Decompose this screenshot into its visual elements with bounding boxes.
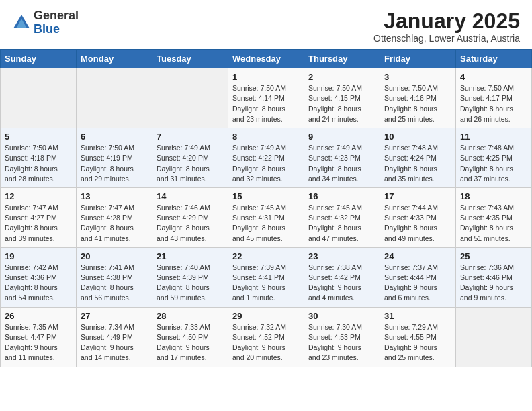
header-tuesday: Tuesday [152,50,228,68]
calendar-cell: 30Sunrise: 7:30 AM Sunset: 4:53 PM Dayli… [304,307,380,367]
logo-general-text: General [34,9,79,22]
day-info: Sunrise: 7:36 AM Sunset: 4:46 PM Dayligh… [460,263,527,304]
header-row: Sunday Monday Tuesday Wednesday Thursday… [1,50,532,68]
day-info: Sunrise: 7:48 AM Sunset: 4:24 PM Dayligh… [384,143,451,184]
day-info: Sunrise: 7:46 AM Sunset: 4:29 PM Dayligh… [157,203,224,244]
calendar-cell: 29Sunrise: 7:32 AM Sunset: 4:52 PM Dayli… [228,307,304,367]
page-header: General Blue January 2025 Ottenschlag, L… [0,0,532,49]
calendar-cell: 21Sunrise: 7:40 AM Sunset: 4:39 PM Dayli… [152,247,228,307]
header-friday: Friday [380,50,456,68]
logo-text: General Blue [34,9,79,36]
calendar-cell: 31Sunrise: 7:29 AM Sunset: 4:55 PM Dayli… [380,307,456,367]
day-info: Sunrise: 7:50 AM Sunset: 4:16 PM Dayligh… [384,83,451,124]
day-info: Sunrise: 7:35 AM Sunset: 4:47 PM Dayligh… [5,322,72,363]
location-subtitle: Ottenschlag, Lower Austria, Austria [373,33,520,44]
calendar-week-4: 26Sunrise: 7:35 AM Sunset: 4:47 PM Dayli… [1,307,532,367]
day-info: Sunrise: 7:50 AM Sunset: 4:17 PM Dayligh… [460,83,527,124]
calendar-cell: 24Sunrise: 7:37 AM Sunset: 4:44 PM Dayli… [380,247,456,307]
day-info: Sunrise: 7:47 AM Sunset: 4:28 PM Dayligh… [81,203,148,244]
day-number: 21 [157,251,224,261]
calendar-header: Sunday Monday Tuesday Wednesday Thursday… [1,50,532,68]
calendar-cell: 6Sunrise: 7:50 AM Sunset: 4:19 PM Daylig… [77,128,152,188]
day-info: Sunrise: 7:33 AM Sunset: 4:50 PM Dayligh… [157,322,224,363]
calendar-cell: 14Sunrise: 7:46 AM Sunset: 4:29 PM Dayli… [152,187,228,247]
calendar-cell: 9Sunrise: 7:49 AM Sunset: 4:23 PM Daylig… [304,128,380,188]
day-info: Sunrise: 7:49 AM Sunset: 4:23 PM Dayligh… [308,143,375,184]
calendar-cell: 2Sunrise: 7:50 AM Sunset: 4:15 PM Daylig… [304,68,380,128]
calendar-week-2: 12Sunrise: 7:47 AM Sunset: 4:27 PM Dayli… [1,187,532,247]
calendar-cell: 17Sunrise: 7:44 AM Sunset: 4:33 PM Dayli… [380,187,456,247]
calendar-cell: 22Sunrise: 7:39 AM Sunset: 4:41 PM Dayli… [228,247,304,307]
calendar-cell: 20Sunrise: 7:41 AM Sunset: 4:38 PM Dayli… [77,247,152,307]
header-wednesday: Wednesday [228,50,304,68]
day-number: 14 [157,191,224,201]
day-info: Sunrise: 7:41 AM Sunset: 4:38 PM Dayligh… [81,263,148,304]
day-number: 16 [308,191,375,201]
day-info: Sunrise: 7:34 AM Sunset: 4:49 PM Dayligh… [81,322,148,363]
day-info: Sunrise: 7:30 AM Sunset: 4:53 PM Dayligh… [308,322,375,363]
calendar-week-1: 5Sunrise: 7:50 AM Sunset: 4:18 PM Daylig… [1,128,532,188]
day-info: Sunrise: 7:48 AM Sunset: 4:25 PM Dayligh… [460,143,527,184]
day-number: 26 [5,311,72,321]
day-info: Sunrise: 7:50 AM Sunset: 4:18 PM Dayligh… [5,143,72,184]
day-number: 2 [308,72,375,82]
day-info: Sunrise: 7:39 AM Sunset: 4:41 PM Dayligh… [232,263,300,304]
day-number: 12 [5,191,72,201]
day-number: 28 [157,311,224,321]
calendar-cell: 26Sunrise: 7:35 AM Sunset: 4:47 PM Dayli… [1,307,77,367]
day-number: 18 [460,191,527,201]
day-number: 29 [232,311,300,321]
day-number: 17 [384,191,451,201]
day-number: 24 [384,251,451,261]
calendar-week-3: 19Sunrise: 7:42 AM Sunset: 4:36 PM Dayli… [1,247,532,307]
calendar-cell: 1Sunrise: 7:50 AM Sunset: 4:14 PM Daylig… [228,68,304,128]
day-info: Sunrise: 7:40 AM Sunset: 4:39 PM Dayligh… [157,263,224,304]
day-number: 9 [308,132,375,142]
month-title: January 2025 [373,9,520,33]
calendar-cell: 18Sunrise: 7:43 AM Sunset: 4:35 PM Dayli… [456,187,532,247]
day-info: Sunrise: 7:43 AM Sunset: 4:35 PM Dayligh… [460,203,527,244]
calendar-cell: 19Sunrise: 7:42 AM Sunset: 4:36 PM Dayli… [1,247,77,307]
calendar-cell: 28Sunrise: 7:33 AM Sunset: 4:50 PM Dayli… [152,307,228,367]
calendar-cell [1,68,77,128]
calendar-cell: 23Sunrise: 7:38 AM Sunset: 4:42 PM Dayli… [304,247,380,307]
day-info: Sunrise: 7:47 AM Sunset: 4:27 PM Dayligh… [5,203,72,244]
day-number: 19 [5,251,72,261]
day-number: 1 [232,72,300,82]
title-block: January 2025 Ottenschlag, Lower Austria,… [373,9,520,44]
header-sunday: Sunday [1,50,77,68]
calendar-cell [77,68,152,128]
day-number: 11 [460,132,527,142]
calendar-cell: 13Sunrise: 7:47 AM Sunset: 4:28 PM Dayli… [77,187,152,247]
day-info: Sunrise: 7:29 AM Sunset: 4:55 PM Dayligh… [384,322,451,363]
logo-blue-text: Blue [34,22,60,36]
day-info: Sunrise: 7:45 AM Sunset: 4:31 PM Dayligh… [232,203,300,244]
day-number: 15 [232,191,300,201]
day-number: 7 [157,132,224,142]
day-number: 23 [308,251,375,261]
day-number: 6 [81,132,148,142]
header-saturday: Saturday [456,50,532,68]
logo-icon [12,13,31,32]
calendar-cell: 27Sunrise: 7:34 AM Sunset: 4:49 PM Dayli… [77,307,152,367]
day-info: Sunrise: 7:50 AM Sunset: 4:19 PM Dayligh… [81,143,148,184]
day-number: 20 [81,251,148,261]
day-info: Sunrise: 7:32 AM Sunset: 4:52 PM Dayligh… [232,322,300,363]
calendar-week-0: 1Sunrise: 7:50 AM Sunset: 4:14 PM Daylig… [1,68,532,128]
day-info: Sunrise: 7:49 AM Sunset: 4:20 PM Dayligh… [157,143,224,184]
header-thursday: Thursday [304,50,380,68]
calendar-cell [456,307,532,367]
day-number: 10 [384,132,451,142]
day-number: 8 [232,132,300,142]
day-number: 25 [460,251,527,261]
day-number: 30 [308,311,375,321]
calendar-cell: 16Sunrise: 7:45 AM Sunset: 4:32 PM Dayli… [304,187,380,247]
calendar-cell: 8Sunrise: 7:49 AM Sunset: 4:22 PM Daylig… [228,128,304,188]
day-number: 4 [460,72,527,82]
day-number: 5 [5,132,72,142]
header-monday: Monday [77,50,152,68]
day-info: Sunrise: 7:42 AM Sunset: 4:36 PM Dayligh… [5,263,72,304]
calendar-cell: 7Sunrise: 7:49 AM Sunset: 4:20 PM Daylig… [152,128,228,188]
calendar-cell: 5Sunrise: 7:50 AM Sunset: 4:18 PM Daylig… [1,128,77,188]
day-number: 3 [384,72,451,82]
